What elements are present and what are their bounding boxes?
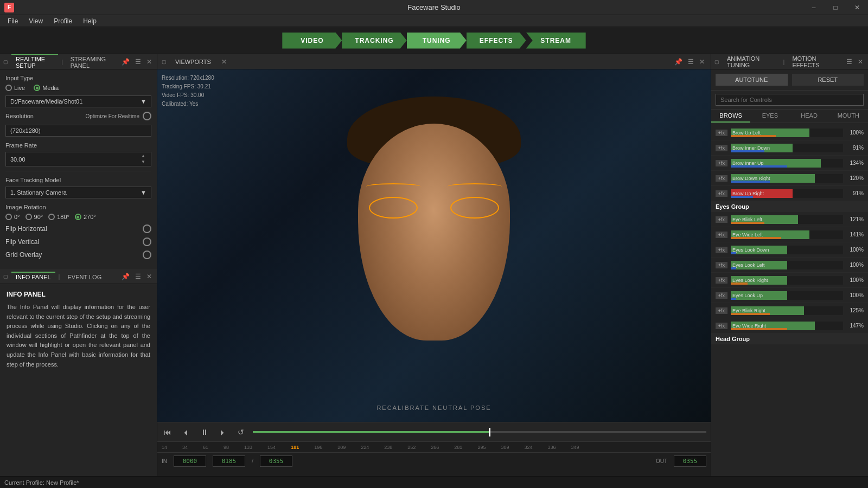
app-title: Faceware Studio [407,3,461,11]
viewport-menu-button[interactable]: ☰ [686,58,695,66]
tl-play-button[interactable]: ⏸ [199,427,210,438]
tl-prev-frame[interactable]: ⏴ [180,427,192,438]
menu-profile[interactable]: Profile [48,16,78,26]
reset-button[interactable]: RESET [792,74,864,86]
right-panel-controls: ☰ ✕ [845,58,865,66]
media-path-dropdown[interactable]: D:/Faceware/Media/Shot01 ▼ [5,95,151,107]
out-timecode[interactable]: 0355 [674,455,706,467]
grid-overlay-label: Grid Overlay [5,251,42,259]
cat-tab-head[interactable]: HEAD [790,110,829,123]
pct-eyes-look-up: 100% [846,292,864,298]
panel-pin-button[interactable]: 📌 [120,58,131,66]
right-close-button[interactable]: ✕ [856,58,865,66]
tab-motion-effects[interactable]: MOTION EFFECTS [788,54,841,69]
anim-bar-eye-blink-right: Eye Blink Right [731,306,843,315]
viewport-close-button[interactable]: ✕ [698,58,706,66]
cat-tab-brows[interactable]: BROWS [711,110,750,123]
fx-btn-brow-down-right[interactable]: +fx [716,175,727,182]
info-close-button[interactable]: ✕ [145,273,154,280]
rotation-0[interactable]: 0° [5,214,20,220]
menu-view[interactable]: View [23,16,48,26]
grid-overlay-toggle[interactable] [143,251,151,259]
rotation-270[interactable]: 270° [75,214,96,220]
panel-close-button[interactable]: ✕ [145,58,154,66]
recalibrate-text[interactable]: RECALIBRATE NEUTRAL POSE [376,404,491,411]
minimize-button[interactable]: – [803,0,825,15]
fx-btn-eyes-look-right[interactable]: +fx [716,277,727,284]
radio-media-label: Media [42,85,59,91]
info-pin-button[interactable]: 📌 [120,273,131,280]
fx-btn-eyes-look-down[interactable]: +fx [716,247,727,253]
radio-live[interactable]: Live [5,85,25,91]
fx-btn-brow-inner-down[interactable]: +fx [716,145,727,151]
tab-viewports[interactable]: VIEWPORTS [171,57,215,66]
rotation-180-label: 180° [57,214,69,220]
workflow-step-tuning[interactable]: TUNING [407,33,467,49]
left-panel: ▢ REALTIME SETUP | STREAMING PANEL 📌 ☰ ✕… [0,54,157,476]
resolution-label: Resolution [5,113,34,119]
flip-horizontal-row: Flip Horizontal [5,224,151,233]
anim-bar-eyes-look-left: Eyes Look Left [731,261,843,269]
frame-rate-label: Frame Rate [5,142,151,149]
tracking-model-dropdown[interactable]: 1. Stationary Camera ▼ [5,187,151,198]
fx-btn-brow-up-left[interactable]: +fx [716,130,727,136]
right-menu-button[interactable]: ☰ [845,58,854,66]
flip-vertical-toggle[interactable] [143,237,151,246]
tab-event-log[interactable]: EVENT LOG [63,272,106,281]
tracking-model-arrow: ▼ [141,189,146,196]
tl-loop-button[interactable]: ↺ [235,427,246,438]
workflow-step-stream[interactable]: STREAM [526,33,586,49]
viewport-pin-button[interactable]: 📌 [673,58,684,66]
tl-next-frame[interactable]: ⏵ [217,427,229,438]
optimize-check[interactable]: Optimize For Realtime [86,112,151,120]
viewport-expand-button[interactable]: ✕ [220,58,228,66]
tab-animation-tuning[interactable]: ANIMATION TUNING [723,54,780,69]
in-timecode[interactable]: 0000 [174,455,206,467]
tab-info-panel[interactable]: INFO PANEL [11,272,55,281]
anim-blue-eyes-look-up [731,298,736,300]
tl-progress [253,431,489,433]
tab-streaming-panel[interactable]: STREAMING PANEL [66,54,117,70]
autotune-button[interactable]: AUTOTUNE [716,74,788,86]
tl-goto-start[interactable]: ⏮ [162,427,174,438]
pct-brow-up-right: 91% [846,190,864,196]
frame-rate-down[interactable]: ▼ [140,159,146,165]
resolution-value: (720x1280) [5,125,151,137]
flip-horizontal-toggle[interactable] [143,224,151,233]
fx-btn-eye-blink-left[interactable]: +fx [716,216,727,223]
fx-btn-brow-up-right[interactable]: +fx [716,190,727,197]
cat-tab-mouth[interactable]: MOUTH [829,110,868,123]
workflow-step-effects[interactable]: EFFECTS [467,33,526,49]
workflow-step-video[interactable]: VIDEO [282,33,342,49]
workflow-step-tracking[interactable]: TRACKING [342,33,406,49]
radio-media[interactable]: Media [34,85,59,91]
tl-scrubber[interactable] [253,431,706,433]
info-menu-button[interactable]: ☰ [133,273,143,280]
anim-tuning-header: AUTOTUNE RESET [711,69,868,91]
cat-tab-eyes[interactable]: EYES [750,110,789,123]
fx-btn-eyes-look-up[interactable]: +fx [716,292,727,299]
close-button[interactable]: ✕ [846,0,868,15]
optimize-circle [143,112,151,120]
maximize-button[interactable]: □ [825,0,846,15]
in-label: IN [162,458,167,464]
anim-item-eyes-look-right: +fx Eyes Look Right 100% [711,273,868,288]
fx-btn-brow-inner-up[interactable]: +fx [716,160,727,166]
menu-file[interactable]: File [2,16,23,26]
fx-btn-eyes-look-left[interactable]: +fx [716,262,727,268]
grid-overlay-row: Grid Overlay [5,251,151,259]
search-input[interactable] [716,94,864,106]
pct-brow-down-right: 120% [846,175,864,181]
rotation-90[interactable]: 90° [25,214,43,220]
rotation-180[interactable]: 180° [48,214,69,220]
fx-btn-eye-blink-right[interactable]: +fx [716,307,727,314]
anim-item-eye-wide-left: +fx Eye Wide Left 141% [711,227,868,242]
frame-rate-up[interactable]: ▲ [140,153,146,159]
fx-btn-eye-wide-right[interactable]: +fx [716,323,727,329]
current-frame[interactable]: 0185 [213,455,245,467]
fx-btn-eye-wide-left[interactable]: +fx [716,232,727,238]
panel-menu-button[interactable]: ☰ [133,58,143,66]
tab-realtime-setup[interactable]: REALTIME SETUP [11,54,58,70]
resolution-row: Resolution Optimize For Realtime [5,112,151,120]
menu-help[interactable]: Help [78,16,102,26]
